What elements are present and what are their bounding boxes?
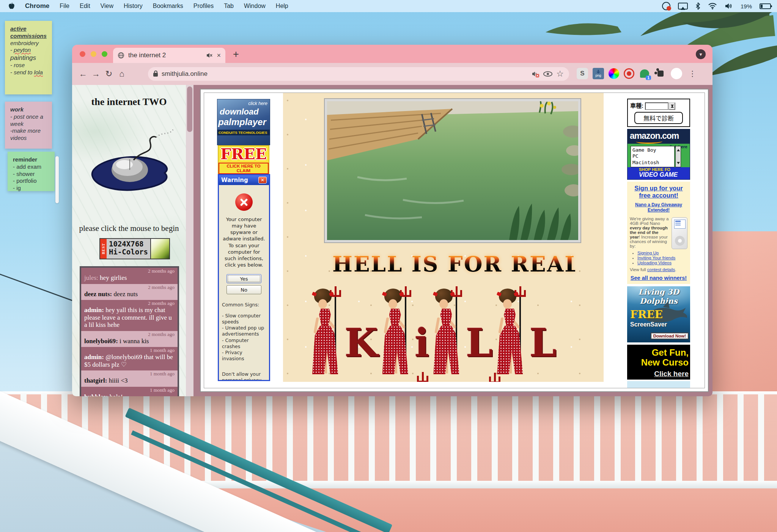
- extension-s-icon[interactable]: S: [577, 68, 588, 79]
- address-bar[interactable]: smithjulia.online ☆: [148, 67, 569, 81]
- nano-bullet-link[interactable]: Uploading Videos: [637, 261, 672, 265]
- menu-tab[interactable]: Tab: [224, 3, 234, 9]
- menu-dots-icon[interactable]: ⋮: [687, 68, 698, 79]
- note-title: active commissions: [10, 25, 47, 39]
- globe-icon: [118, 52, 124, 59]
- nano-winners-link[interactable]: See all nano winners!: [630, 275, 687, 281]
- zoom-window-button[interactable]: [102, 51, 107, 57]
- no-button[interactable]: No: [226, 285, 261, 294]
- nano-giveaway-ad[interactable]: Sign up for your free account! Nano a Da…: [627, 182, 690, 284]
- devil-girls-row: K i L L: [310, 287, 587, 378]
- tab-close-icon[interactable]: ×: [217, 52, 221, 60]
- badge-best-label: BEST: [101, 243, 105, 254]
- site-muted-icon[interactable]: [532, 71, 539, 77]
- tab-search-chevron[interactable]: ▾: [696, 49, 706, 59]
- listbox-item[interactable]: PC: [632, 153, 673, 159]
- site-sidebar: the internet TWO please click the mouse …: [72, 85, 186, 396]
- site-title: the internet TWO: [72, 96, 186, 108]
- home-button[interactable]: ⌂: [115, 69, 128, 79]
- badge-colors-label: Hi-Colors: [109, 248, 148, 256]
- sign-item: - Computer crashes: [222, 337, 266, 350]
- preview-eye-icon[interactable]: [543, 71, 552, 77]
- minimize-window-button[interactable]: [91, 51, 96, 57]
- sign-item: - Privacy invasions: [222, 350, 266, 362]
- warning-titlebar[interactable]: Warning ✕: [219, 175, 269, 185]
- tab-the-internet-2[interactable]: the internet 2 ×: [113, 48, 225, 63]
- apple-icon[interactable]: [8, 2, 15, 10]
- warning-dialog[interactable]: Warning ✕ Your computer may have spyware…: [218, 174, 270, 381]
- note-work[interactable]: work - post once a week -make more video…: [5, 102, 52, 149]
- menu-history[interactable]: History: [124, 3, 143, 9]
- note-reminder[interactable]: reminder - add exam - shower - portfolio…: [8, 152, 55, 191]
- contest-details-link[interactable]: contest details: [647, 267, 675, 272]
- nano-subtitle-link[interactable]: Nano a Day Giveaway Extended!: [630, 202, 687, 213]
- extension-png-icon[interactable]: png: [593, 68, 604, 79]
- menu-window[interactable]: Window: [244, 3, 266, 9]
- menu-help[interactable]: Help: [276, 3, 288, 9]
- note-title: work: [10, 106, 24, 113]
- free-claim-ad[interactable]: FREE CLICK HERE TO CLAIM: [218, 145, 269, 174]
- site-caption: please click the mouse to begin: [72, 224, 186, 233]
- water-background: HELL IS FOR REAL K i L L: [204, 93, 705, 388]
- reload-button[interactable]: ↻: [102, 69, 115, 79]
- menu-profiles[interactable]: Profiles: [193, 3, 214, 9]
- free-word: FREE: [219, 146, 269, 162]
- chat-message: 2 months agolonelyboi69i wanna kis: [81, 331, 178, 347]
- nano-bullet-link[interactable]: Inviting Your friends: [637, 256, 675, 260]
- forward-button[interactable]: →: [90, 69, 102, 79]
- japanese-ad[interactable]: 車種: 無料で診断: [627, 99, 690, 127]
- lock-icon[interactable]: [153, 73, 158, 77]
- jp-spinner[interactable]: [668, 102, 675, 110]
- color-wheel-icon[interactable]: [609, 68, 619, 79]
- record-extension-icon[interactable]: [624, 68, 634, 79]
- amazon-listbox[interactable]: Game Boy PC Macintosh: [631, 146, 675, 167]
- menu-file[interactable]: File: [60, 3, 69, 9]
- tab-muted-icon[interactable]: [206, 52, 213, 58]
- yes-button[interactable]: Yes: [226, 274, 261, 283]
- menu-bookmarks[interactable]: Bookmarks: [153, 3, 183, 9]
- note-line: paintings: [10, 54, 36, 61]
- vine-right-edge: [683, 334, 728, 398]
- back-button[interactable]: ←: [77, 69, 90, 79]
- trident-tip: [469, 373, 480, 382]
- chat-box[interactable]: 2 months agojuleshey girlies 2 months ag…: [80, 266, 179, 396]
- extensions-puzzle-icon[interactable]: [655, 68, 666, 79]
- screen-record-icon[interactable]: [662, 2, 670, 10]
- screen-mirroring-icon[interactable]: [678, 3, 688, 9]
- new-tab-button[interactable]: +: [233, 49, 239, 60]
- note-commissions[interactable]: active commissions embroidery - peyton p…: [5, 21, 52, 94]
- url-text[interactable]: smithjulia.online: [162, 70, 528, 78]
- wifi-icon[interactable]: [708, 3, 717, 9]
- jp-button[interactable]: 無料で診断: [634, 112, 683, 124]
- close-window-button[interactable]: [80, 51, 85, 57]
- warning-close-button[interactable]: ✕: [258, 177, 267, 184]
- listbox-item[interactable]: Game Boy: [632, 147, 673, 153]
- badge-res-label: 1024X768: [109, 240, 144, 248]
- sidebar-scrollbar[interactable]: [186, 85, 193, 396]
- kill-letter: i: [415, 323, 429, 362]
- vine-top-mid: [261, 93, 307, 113]
- volume-icon[interactable]: [725, 3, 733, 9]
- free-claim-button[interactable]: CLICK HERE TO CLAIM: [219, 163, 269, 174]
- chat-extension-icon[interactable]: 1: [639, 68, 650, 79]
- listbox-item[interactable]: Macintosh: [632, 160, 673, 166]
- dolphins-free: FREE: [630, 308, 663, 321]
- menu-view[interactable]: View: [101, 3, 113, 9]
- note-title: reminder: [13, 156, 37, 163]
- nano-signup-link[interactable]: Sign up for your free account!: [630, 185, 687, 199]
- amazon-ad[interactable]: amazon.com click here Game Boy PC Macint…: [627, 129, 690, 180]
- mouse-image[interactable]: [85, 127, 175, 215]
- profile-avatar[interactable]: [671, 68, 682, 79]
- jp-dropdown[interactable]: [645, 102, 668, 110]
- menu-bar: Chrome File Edit View History Bookmarks …: [0, 0, 777, 12]
- ipod-image: [672, 217, 687, 249]
- menu-chrome[interactable]: Chrome: [25, 2, 49, 10]
- kill-letter: L: [529, 323, 557, 362]
- menu-edit[interactable]: Edit: [80, 3, 90, 9]
- nano-bullet-link[interactable]: Signing Up: [637, 251, 659, 255]
- chat-message: 1 month agothatgirlhiiii <3: [81, 370, 178, 387]
- bluetooth-icon[interactable]: [695, 2, 700, 10]
- note-scrollbar[interactable]: [55, 156, 59, 203]
- bookmark-star-icon[interactable]: ☆: [556, 70, 564, 78]
- listbox-scrollbar[interactable]: [675, 146, 681, 167]
